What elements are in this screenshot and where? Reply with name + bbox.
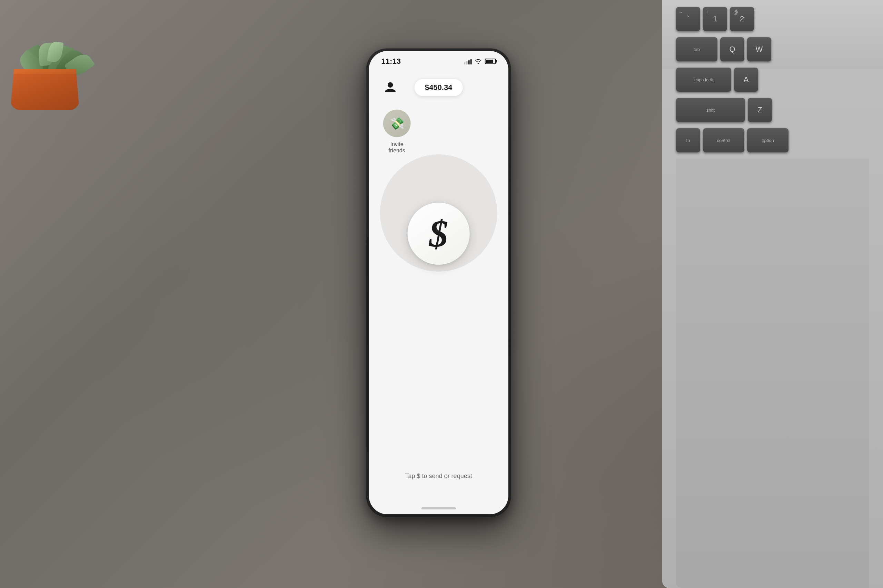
key-backtick[interactable]: ~ ` bbox=[676, 7, 700, 31]
phone: 11:13 bbox=[366, 48, 511, 517]
app-header: $450.34 bbox=[369, 79, 508, 96]
signal-bar-4 bbox=[471, 59, 472, 64]
status-time: 11:13 bbox=[382, 57, 401, 66]
key-1[interactable]: ! 1 bbox=[703, 7, 727, 31]
invite-friends-icon[interactable]: 💸 bbox=[383, 110, 411, 137]
key-capslock[interactable]: caps lock bbox=[676, 68, 731, 92]
key-option[interactable]: option bbox=[747, 128, 788, 152]
laptop: // This will be rendered via JS below ~ … bbox=[614, 0, 883, 588]
invite-friends-label: Invite friends bbox=[382, 141, 412, 154]
status-bar: 11:13 bbox=[369, 51, 508, 72]
app-content: $450.34 💸 Invite friends $ bbox=[369, 72, 508, 514]
wifi-icon bbox=[475, 58, 482, 64]
laptop-keyboard-area: // This will be rendered via JS below ~ … bbox=[662, 0, 883, 588]
dollar-button[interactable]: $ bbox=[408, 202, 470, 265]
signal-bar-3 bbox=[468, 60, 470, 64]
keyboard-row-1: ~ ` ! 1 @ 2 bbox=[676, 7, 754, 31]
keyboard-row-5: fn control option bbox=[676, 128, 788, 152]
key-a[interactable]: A bbox=[734, 68, 758, 92]
key-control[interactable]: control bbox=[703, 128, 745, 152]
keyboard-row-2: tab Q W bbox=[676, 37, 771, 62]
battery-fill bbox=[486, 60, 493, 63]
profile-button[interactable] bbox=[382, 79, 399, 96]
key-2[interactable]: @ 2 bbox=[730, 7, 754, 31]
signal-bar-1 bbox=[464, 62, 466, 64]
phone-screen: 11:13 bbox=[369, 51, 508, 514]
signal-strength-icon bbox=[464, 58, 472, 64]
key-w[interactable]: W bbox=[747, 37, 771, 62]
keyboard-row-4: shift Z bbox=[676, 98, 772, 122]
keyboard-row-3: caps lock A bbox=[676, 68, 758, 92]
dollar-symbol: $ bbox=[429, 215, 448, 253]
invite-friends-section[interactable]: 💸 Invite friends bbox=[382, 110, 412, 154]
key-shift[interactable]: shift bbox=[676, 98, 745, 122]
phone-body: 11:13 bbox=[366, 48, 511, 517]
key-tab[interactable]: tab bbox=[676, 37, 718, 62]
status-icons bbox=[464, 58, 496, 64]
home-indicator[interactable] bbox=[421, 507, 456, 509]
key-z[interactable]: Z bbox=[748, 98, 772, 122]
battery-icon bbox=[485, 58, 496, 64]
plant-decoration bbox=[0, 0, 110, 117]
plant-pot bbox=[11, 69, 79, 110]
key-fn[interactable]: fn bbox=[676, 128, 700, 152]
key-q[interactable]: Q bbox=[720, 37, 745, 62]
person-icon bbox=[384, 81, 397, 94]
signal-bar-2 bbox=[466, 62, 468, 64]
balance-display[interactable]: $450.34 bbox=[415, 79, 463, 96]
money-bag-emoji: 💸 bbox=[390, 117, 404, 130]
keyboard-lower-area bbox=[676, 159, 869, 588]
tap-hint-text: Tap $ to send or request bbox=[369, 472, 508, 480]
